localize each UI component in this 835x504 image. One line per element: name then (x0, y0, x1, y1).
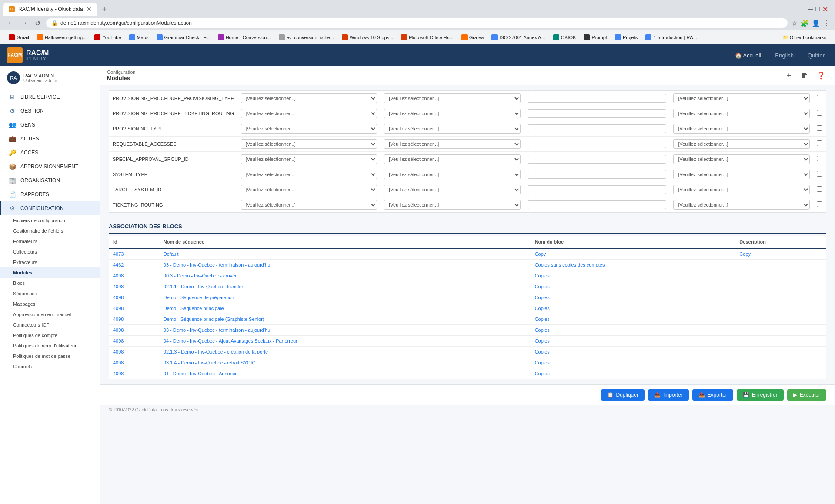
assoc-id[interactable]: 4098 (109, 336, 159, 347)
select-2[interactable]: [Veuillez sélectionner...] (384, 139, 521, 149)
select-cell-3[interactable]: [Veuillez sélectionner...] (670, 106, 813, 121)
sidebar-sub-politiques-mdp[interactable]: Politiques de mot de passe (0, 351, 100, 361)
sidebar-sub-extracteurs[interactable]: Extracteurs (0, 257, 100, 267)
assoc-sequence[interactable]: 03 - Demo - Inv-Quebec - terminaison - a… (159, 325, 531, 336)
assoc-description[interactable] (735, 260, 826, 270)
assoc-description[interactable] (735, 292, 826, 303)
select-3[interactable]: [Veuillez sélectionner...] (673, 139, 810, 149)
assoc-bloc[interactable]: Copies (531, 270, 735, 281)
assoc-bloc-link[interactable]: Copies (535, 273, 550, 278)
select-cell-3[interactable]: [Veuillez sélectionner...] (670, 91, 813, 106)
sidebar-item-organisation[interactable]: 🏢ORGANISATION (0, 174, 100, 187)
checkbox-cell[interactable] (813, 91, 826, 106)
select-cell-1[interactable]: [Veuillez sélectionner...] (237, 91, 381, 106)
select-2[interactable]: [Veuillez sélectionner...] (384, 200, 521, 210)
enregistrer-btn[interactable]: 💾 Enregistrer (737, 389, 784, 401)
assoc-sequence-link[interactable]: 03 - Demo - Inv-Quebec - terminaison - a… (164, 262, 271, 267)
assoc-bloc-link[interactable]: Copies (535, 327, 550, 333)
help-btn[interactable]: ❓ (814, 70, 828, 81)
bookmark-windows-10-stops...[interactable]: Windows 10 Stops... (338, 33, 397, 41)
text-input[interactable] (528, 140, 667, 148)
bookmark-maps[interactable]: Maps (126, 33, 152, 41)
bookmark-grammar-check---f...[interactable]: Grammar Check - F... (153, 33, 214, 41)
bookmark-youtube[interactable]: YouTube (91, 33, 124, 41)
assoc-id-link[interactable]: 4073 (113, 251, 124, 257)
close-btn[interactable]: ✕ (822, 5, 828, 13)
select-1[interactable]: [Veuillez sélectionner...] (241, 93, 377, 103)
sidebar-sub-gestionnaire-fichiers[interactable]: Gestionnaire de fichiers (0, 226, 100, 236)
text-cell[interactable] (524, 137, 670, 152)
select-cell-2[interactable]: [Veuillez sélectionner...] (381, 197, 524, 213)
add-btn[interactable]: ＋ (783, 70, 795, 81)
assoc-desc-link[interactable]: Copy (739, 251, 751, 257)
sidebar-sub-collecteurs[interactable]: Collecteurs (0, 247, 100, 257)
sidebar-sub-sequences[interactable]: Séquences (0, 288, 100, 299)
assoc-bloc[interactable]: Copies sans copies des comptes (531, 260, 735, 270)
maximize-btn[interactable]: □ (815, 5, 820, 13)
extensions-btn[interactable]: 🧩 (800, 19, 809, 27)
row-checkbox[interactable] (817, 110, 822, 116)
assoc-bloc-link[interactable]: Copies (535, 371, 550, 376)
select-cell-1[interactable]: [Veuillez sélectionner...] (237, 197, 381, 213)
assoc-sequence-link[interactable]: 02.1.1 - Demo - Inv-Quebec - transfert (164, 284, 244, 289)
importer-btn[interactable]: 📥 Importer (648, 389, 689, 401)
select-cell-3[interactable]: [Veuillez sélectionner...] (670, 167, 813, 182)
assoc-sequence[interactable]: 03.1.4 - Demo - Inv-Quebec - retrait SYG… (159, 357, 531, 368)
assoc-bloc[interactable]: Copies (531, 357, 735, 368)
assoc-sequence-link[interactable]: Demo - Séquence de préparation (164, 295, 234, 300)
row-checkbox[interactable] (817, 201, 822, 207)
forward-btn[interactable]: → (19, 18, 30, 28)
select-cell-2[interactable]: [Veuillez sélectionner...] (381, 182, 524, 197)
sidebar-item-actifs[interactable]: 💼ACTIFS (0, 132, 100, 146)
sidebar-item-acces[interactable]: 🔑ACCÈS (0, 146, 100, 160)
checkbox-cell[interactable] (813, 121, 826, 137)
text-cell[interactable] (524, 91, 670, 106)
select-cell-3[interactable]: [Veuillez sélectionner...] (670, 137, 813, 152)
assoc-id[interactable]: 4462 (109, 260, 159, 270)
refresh-btn[interactable]: ↺ (33, 18, 42, 28)
sidebar-sub-politiques-compte[interactable]: Politiques de compte (0, 330, 100, 340)
assoc-bloc-link[interactable]: Copies (535, 284, 550, 289)
select-cell-1[interactable]: [Veuillez sélectionner...] (237, 182, 381, 197)
assoc-id-link[interactable]: 4098 (113, 284, 124, 289)
select-cell-3[interactable]: [Veuillez sélectionner...] (670, 197, 813, 213)
sidebar-item-approvisionnement[interactable]: 📦APPROVISIONNEMENT (0, 160, 100, 174)
assoc-sequence-link[interactable]: Default (164, 251, 179, 257)
assoc-description[interactable] (735, 314, 826, 325)
select-2[interactable]: [Veuillez sélectionner...] (384, 170, 521, 179)
bookmark-other[interactable]: 📁 Other bookmarks (779, 34, 830, 41)
select-1[interactable]: [Veuillez sélectionner...] (241, 139, 377, 149)
assoc-bloc[interactable]: Copies (531, 281, 735, 292)
assoc-bloc-link[interactable]: Copies (535, 317, 550, 322)
select-2[interactable]: [Veuillez sélectionner...] (384, 93, 521, 103)
sidebar-sub-connecteurs-icf[interactable]: Connecteurs ICF (0, 320, 100, 330)
text-cell[interactable] (524, 197, 670, 213)
delete-btn[interactable]: 🗑 (798, 70, 811, 81)
select-2[interactable]: [Veuillez sélectionner...] (384, 154, 521, 164)
assoc-sequence[interactable]: 02.1.3 - Demo - Inv-Quebec - création de… (159, 347, 531, 357)
assoc-id-link[interactable]: 4098 (113, 317, 124, 322)
text-input[interactable] (528, 170, 667, 179)
select-1[interactable]: [Veuillez sélectionner...] (241, 170, 377, 179)
profile-btn[interactable]: 👤 (812, 19, 820, 27)
assoc-sequence-link[interactable]: 03 - Demo - Inv-Quebec - terminaison - a… (164, 327, 271, 333)
bookmark-ev_conversion_sche...[interactable]: ev_conversion_sche... (275, 33, 337, 41)
checkbox-cell[interactable] (813, 152, 826, 167)
bookmark-1-introduction-|-ra...[interactable]: 1-Introduction | RA... (642, 33, 701, 41)
select-cell-2[interactable]: [Veuillez sélectionner...] (381, 106, 524, 121)
text-input[interactable] (528, 94, 667, 103)
assoc-bloc[interactable]: Copies (531, 325, 735, 336)
bookmark-microsoft-office-ho...[interactable]: Microsoft Office Ho... (397, 33, 457, 41)
bookmark-star-btn[interactable]: ☆ (792, 19, 798, 27)
assoc-sequence[interactable]: 00.3 - Demo - Inv-Quebec - arrivée (159, 270, 531, 281)
select-2[interactable]: [Veuillez sélectionner...] (384, 185, 521, 194)
assoc-id[interactable]: 4098 (109, 303, 159, 314)
assoc-sequence-link[interactable]: Demo - Séquence principale (Graphiste Se… (164, 317, 264, 322)
assoc-sequence-link[interactable]: 02.1.3 - Demo - Inv-Quebec - création de… (164, 349, 268, 354)
sidebar-sub-mappages[interactable]: Mappages (0, 299, 100, 309)
bookmark-gmail[interactable]: Gmail (5, 33, 33, 41)
select-cell-2[interactable]: [Veuillez sélectionner...] (381, 91, 524, 106)
assoc-id[interactable]: 4098 (109, 314, 159, 325)
assoc-bloc[interactable]: Copies (531, 303, 735, 314)
sidebar-sub-fichiers-config[interactable]: Fichiers de configuration (0, 215, 100, 226)
